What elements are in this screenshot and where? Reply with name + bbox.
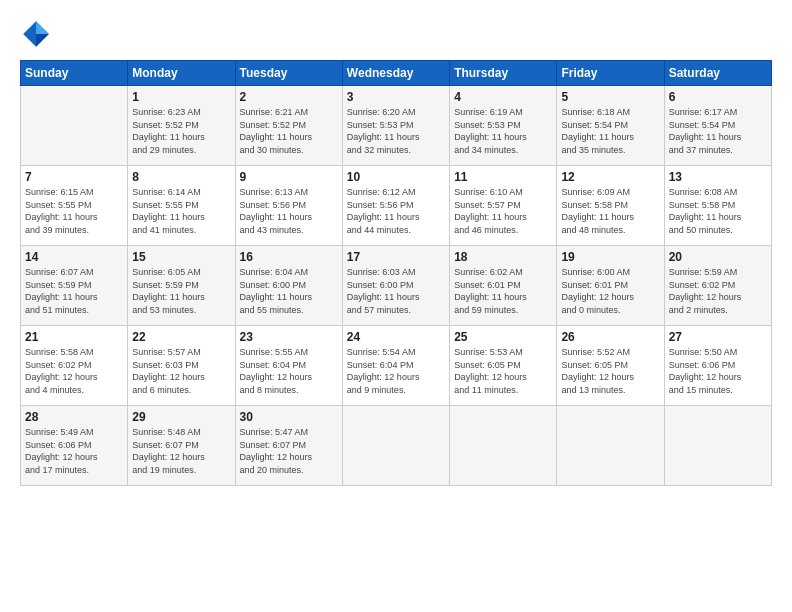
day-header: Thursday [450,61,557,86]
day-cell: 4Sunrise: 6:19 AM Sunset: 5:53 PM Daylig… [450,86,557,166]
day-cell [450,406,557,486]
day-cell: 12Sunrise: 6:09 AM Sunset: 5:58 PM Dayli… [557,166,664,246]
day-number: 26 [561,330,659,344]
day-number: 12 [561,170,659,184]
week-row: 21Sunrise: 5:58 AM Sunset: 6:02 PM Dayli… [21,326,772,406]
day-cell [557,406,664,486]
day-header: Wednesday [342,61,449,86]
day-cell: 1Sunrise: 6:23 AM Sunset: 5:52 PM Daylig… [128,86,235,166]
day-info: Sunrise: 6:21 AM Sunset: 5:52 PM Dayligh… [240,106,338,156]
day-info: Sunrise: 5:50 AM Sunset: 6:06 PM Dayligh… [669,346,767,396]
day-number: 10 [347,170,445,184]
day-cell: 13Sunrise: 6:08 AM Sunset: 5:58 PM Dayli… [664,166,771,246]
day-info: Sunrise: 6:23 AM Sunset: 5:52 PM Dayligh… [132,106,230,156]
day-info: Sunrise: 6:12 AM Sunset: 5:56 PM Dayligh… [347,186,445,236]
day-cell: 26Sunrise: 5:52 AM Sunset: 6:05 PM Dayli… [557,326,664,406]
day-header: Tuesday [235,61,342,86]
page: SundayMondayTuesdayWednesdayThursdayFrid… [0,0,792,612]
day-number: 20 [669,250,767,264]
day-cell: 16Sunrise: 6:04 AM Sunset: 6:00 PM Dayli… [235,246,342,326]
day-header: Monday [128,61,235,86]
day-cell: 7Sunrise: 6:15 AM Sunset: 5:55 PM Daylig… [21,166,128,246]
day-number: 16 [240,250,338,264]
day-info: Sunrise: 6:08 AM Sunset: 5:58 PM Dayligh… [669,186,767,236]
day-cell: 17Sunrise: 6:03 AM Sunset: 6:00 PM Dayli… [342,246,449,326]
day-number: 14 [25,250,123,264]
svg-marker-1 [36,21,49,34]
day-cell: 28Sunrise: 5:49 AM Sunset: 6:06 PM Dayli… [21,406,128,486]
day-info: Sunrise: 5:54 AM Sunset: 6:04 PM Dayligh… [347,346,445,396]
day-info: Sunrise: 6:19 AM Sunset: 5:53 PM Dayligh… [454,106,552,156]
week-row: 7Sunrise: 6:15 AM Sunset: 5:55 PM Daylig… [21,166,772,246]
day-cell: 5Sunrise: 6:18 AM Sunset: 5:54 PM Daylig… [557,86,664,166]
day-info: Sunrise: 5:59 AM Sunset: 6:02 PM Dayligh… [669,266,767,316]
day-cell [21,86,128,166]
day-number: 13 [669,170,767,184]
day-number: 23 [240,330,338,344]
day-info: Sunrise: 5:49 AM Sunset: 6:06 PM Dayligh… [25,426,123,476]
day-cell: 24Sunrise: 5:54 AM Sunset: 6:04 PM Dayli… [342,326,449,406]
day-cell: 18Sunrise: 6:02 AM Sunset: 6:01 PM Dayli… [450,246,557,326]
day-number: 27 [669,330,767,344]
day-number: 6 [669,90,767,104]
day-cell: 10Sunrise: 6:12 AM Sunset: 5:56 PM Dayli… [342,166,449,246]
week-row: 14Sunrise: 6:07 AM Sunset: 5:59 PM Dayli… [21,246,772,326]
day-number: 28 [25,410,123,424]
day-number: 8 [132,170,230,184]
day-info: Sunrise: 6:03 AM Sunset: 6:00 PM Dayligh… [347,266,445,316]
day-info: Sunrise: 5:57 AM Sunset: 6:03 PM Dayligh… [132,346,230,396]
day-cell: 11Sunrise: 6:10 AM Sunset: 5:57 PM Dayli… [450,166,557,246]
day-number: 21 [25,330,123,344]
logo-icon [20,18,52,50]
day-info: Sunrise: 5:47 AM Sunset: 6:07 PM Dayligh… [240,426,338,476]
week-row: 1Sunrise: 6:23 AM Sunset: 5:52 PM Daylig… [21,86,772,166]
day-info: Sunrise: 6:20 AM Sunset: 5:53 PM Dayligh… [347,106,445,156]
day-info: Sunrise: 6:10 AM Sunset: 5:57 PM Dayligh… [454,186,552,236]
day-info: Sunrise: 6:17 AM Sunset: 5:54 PM Dayligh… [669,106,767,156]
day-info: Sunrise: 6:18 AM Sunset: 5:54 PM Dayligh… [561,106,659,156]
day-info: Sunrise: 5:58 AM Sunset: 6:02 PM Dayligh… [25,346,123,396]
day-cell [342,406,449,486]
day-number: 18 [454,250,552,264]
day-header: Sunday [21,61,128,86]
day-number: 25 [454,330,552,344]
day-number: 2 [240,90,338,104]
day-info: Sunrise: 5:48 AM Sunset: 6:07 PM Dayligh… [132,426,230,476]
day-number: 19 [561,250,659,264]
day-number: 29 [132,410,230,424]
day-info: Sunrise: 5:55 AM Sunset: 6:04 PM Dayligh… [240,346,338,396]
day-number: 17 [347,250,445,264]
day-info: Sunrise: 6:13 AM Sunset: 5:56 PM Dayligh… [240,186,338,236]
day-info: Sunrise: 6:02 AM Sunset: 6:01 PM Dayligh… [454,266,552,316]
day-number: 30 [240,410,338,424]
day-number: 7 [25,170,123,184]
day-info: Sunrise: 6:07 AM Sunset: 5:59 PM Dayligh… [25,266,123,316]
day-header: Saturday [664,61,771,86]
day-cell: 20Sunrise: 5:59 AM Sunset: 6:02 PM Dayli… [664,246,771,326]
day-info: Sunrise: 6:05 AM Sunset: 5:59 PM Dayligh… [132,266,230,316]
day-info: Sunrise: 6:14 AM Sunset: 5:55 PM Dayligh… [132,186,230,236]
day-cell [664,406,771,486]
day-number: 11 [454,170,552,184]
day-cell: 8Sunrise: 6:14 AM Sunset: 5:55 PM Daylig… [128,166,235,246]
day-cell: 30Sunrise: 5:47 AM Sunset: 6:07 PM Dayli… [235,406,342,486]
day-number: 1 [132,90,230,104]
day-number: 15 [132,250,230,264]
week-row: 28Sunrise: 5:49 AM Sunset: 6:06 PM Dayli… [21,406,772,486]
day-number: 9 [240,170,338,184]
day-number: 24 [347,330,445,344]
header [20,18,772,50]
calendar-table: SundayMondayTuesdayWednesdayThursdayFrid… [20,60,772,486]
logo [20,18,54,50]
day-cell: 6Sunrise: 6:17 AM Sunset: 5:54 PM Daylig… [664,86,771,166]
day-cell: 3Sunrise: 6:20 AM Sunset: 5:53 PM Daylig… [342,86,449,166]
svg-marker-2 [36,34,49,47]
day-info: Sunrise: 5:53 AM Sunset: 6:05 PM Dayligh… [454,346,552,396]
day-cell: 22Sunrise: 5:57 AM Sunset: 6:03 PM Dayli… [128,326,235,406]
day-cell: 23Sunrise: 5:55 AM Sunset: 6:04 PM Dayli… [235,326,342,406]
day-number: 4 [454,90,552,104]
header-row: SundayMondayTuesdayWednesdayThursdayFrid… [21,61,772,86]
day-cell: 14Sunrise: 6:07 AM Sunset: 5:59 PM Dayli… [21,246,128,326]
day-info: Sunrise: 5:52 AM Sunset: 6:05 PM Dayligh… [561,346,659,396]
day-info: Sunrise: 6:00 AM Sunset: 6:01 PM Dayligh… [561,266,659,316]
